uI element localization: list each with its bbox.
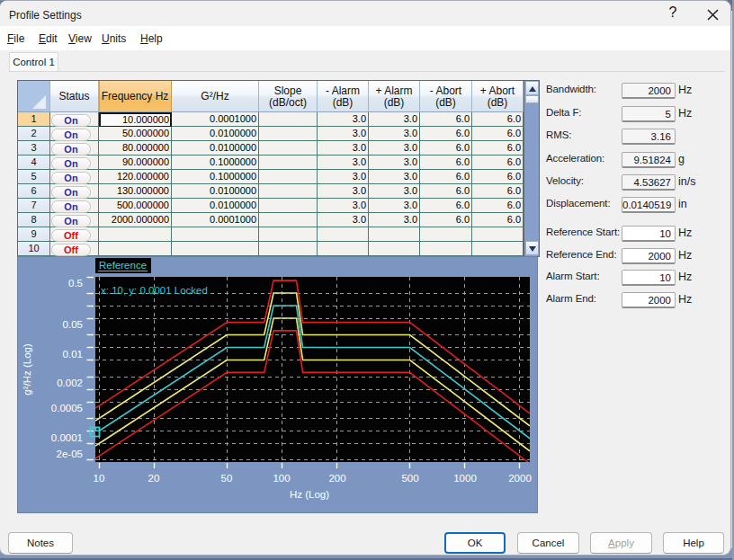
svg-text:2000: 2000 (508, 473, 532, 484)
svg-text:2e-05: 2e-05 (57, 449, 83, 459)
svg-text:10: 10 (94, 473, 105, 484)
svg-text:Hz (Log): Hz (Log) (290, 489, 329, 500)
svg-text:0.002: 0.002 (57, 378, 83, 388)
svg-text:50: 50 (221, 473, 233, 484)
svg-text:100: 100 (273, 473, 290, 484)
svg-text:500: 500 (401, 473, 418, 484)
svg-text:0.01: 0.01 (63, 349, 83, 360)
svg-text:1000: 1000 (453, 473, 477, 484)
svg-text:Reference: Reference (99, 260, 147, 271)
svg-text:0.0001: 0.0001 (51, 432, 83, 443)
svg-text:0.0005: 0.0005 (51, 403, 83, 413)
svg-text:0.5: 0.5 (68, 278, 83, 289)
svg-text:0.05: 0.05 (63, 319, 83, 330)
svg-text:x: 10, y: 0.0001 Locked: x: 10, y: 0.0001 Locked (101, 285, 208, 296)
svg-text:20: 20 (148, 473, 160, 484)
svg-text:200: 200 (328, 473, 345, 484)
svg-text:g²/Hz (Log): g²/Hz (Log) (22, 343, 32, 396)
